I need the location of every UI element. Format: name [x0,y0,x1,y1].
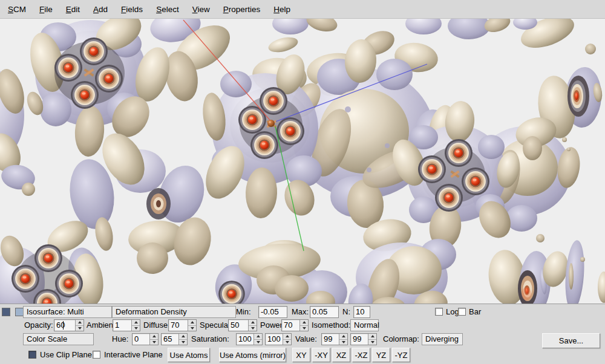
isosurface-row: Isosurface: Multi Deformation Density Mi… [0,306,605,319]
interactive-plane-checkbox[interactable] [93,351,100,359]
spin-up-icon[interactable] [339,334,347,340]
diffuse-spinbox[interactable]: 70 [168,319,197,331]
plane-button-group: XY-XYXZ-XZYZ-YZ [292,348,410,362]
shading-row: Opacity: 60 Ambient: 1 Diffuse: 70 Specu… [0,319,605,333]
bar-label: Bar [469,306,481,318]
atom-sphere [267,120,275,127]
menu-item-edit[interactable]: Edit [64,4,82,15]
plane-button-neg-xy[interactable]: -XY [312,348,330,362]
opacity-label: Opacity: [24,319,53,331]
menu-item-file[interactable]: File [38,4,54,15]
spin-up-icon[interactable] [283,334,291,340]
menu-item-help[interactable]: Help [272,4,292,15]
use-atoms-mirror-button[interactable]: Use Atoms (mirror) [219,348,286,362]
value-max-spinbox[interactable]: 99 [350,333,377,345]
min-input[interactable]: -0.05 [258,306,287,318]
text-caret [63,321,64,330]
n-label: N: [342,306,350,318]
value-max-input[interactable]: 99 [351,334,368,345]
spin-up-icon[interactable] [188,320,196,326]
isosurface-render [0,19,605,304]
plane-button-xz[interactable]: XZ [332,348,350,362]
ambient-spinbox[interactable]: 1 [113,319,140,331]
use-clip-plane-label: Use Clip Plane [40,349,92,361]
spin-down-icon[interactable] [254,340,262,345]
spin-down-icon[interactable] [339,340,347,345]
color-swatch-positive[interactable] [15,308,24,316]
menu-bar: SCMFileEditAddFieldsSelectViewProperties… [0,0,605,19]
spin-up-icon[interactable] [132,320,140,326]
spin-up-icon[interactable] [179,334,187,340]
hue-label: Hue: [112,333,128,345]
spin-down-icon[interactable] [188,326,196,331]
saturation-max-input[interactable]: 100 [266,334,283,345]
plane-button-neg-yz[interactable]: -YZ [392,348,410,362]
menu-item-add[interactable]: Add [91,4,110,15]
spin-down-icon[interactable] [300,326,308,331]
menu-item-properties[interactable]: Properties [221,4,263,15]
clip-plane-row: Use Clip Plane Interactive Plane Use Ato… [0,348,605,363]
colormap-select[interactable]: Diverging [422,333,463,345]
spin-down-icon[interactable] [283,340,291,345]
field-name-box[interactable]: Deformation Density [112,306,236,318]
log-label: Log [446,306,459,318]
color-swatch-negative[interactable] [2,308,10,316]
plane-button-xy[interactable]: XY [292,348,310,362]
spin-up-icon[interactable] [76,320,83,326]
menu-item-fields[interactable]: Fields [119,4,145,15]
spin-down-icon[interactable] [368,340,376,345]
hue-max-spinbox[interactable]: 65 [161,333,188,345]
save-button[interactable]: Save... [542,333,600,348]
use-clip-plane-checkbox[interactable] [28,351,36,359]
hue-max-input[interactable]: 65 [162,334,178,345]
spin-up-icon[interactable] [254,334,262,340]
spin-up-icon[interactable] [368,334,376,340]
value-min-input[interactable]: 99 [322,334,339,345]
log-checkbox[interactable] [435,308,443,316]
plane-button-yz[interactable]: YZ [372,348,390,362]
use-atoms-button[interactable]: Use Atoms [168,348,210,362]
spin-down-icon[interactable] [76,326,83,331]
saturation-min-input[interactable]: 100 [237,334,253,345]
isomethod-select[interactable]: Normal [350,319,379,331]
interactive-plane-label: Interactive Plane [104,349,163,361]
spin-down-icon[interactable] [132,326,140,331]
spin-up-icon[interactable] [300,320,308,326]
value-min-spinbox[interactable]: 99 [321,333,348,345]
spin-down-icon[interactable] [249,326,257,331]
control-panel: Isosurface: Multi Deformation Density Mi… [0,304,605,364]
ambient-input[interactable]: 1 [113,320,131,331]
specular-spinbox[interactable]: 50 [228,319,257,331]
bar-checkbox[interactable] [458,308,466,316]
isosurface-type-box[interactable]: Isosurface: Multi [23,306,112,318]
power-input[interactable]: 70 [282,320,299,331]
specular-input[interactable]: 50 [229,320,248,331]
spin-up-icon[interactable] [150,334,158,340]
min-label: Min: [236,306,251,318]
plane-button-neg-xz[interactable]: -XZ [352,348,370,362]
viewport-3d[interactable] [0,19,605,304]
opacity-spinbox[interactable]: 60 [54,319,84,331]
n-input[interactable]: 10 [353,306,370,318]
application-window: SCMFileEditAddFieldsSelectViewProperties… [0,0,605,364]
spin-up-icon[interactable] [249,320,257,326]
max-input[interactable]: 0.05 [310,306,339,318]
max-label: Max: [292,306,309,318]
saturation-label: Saturation: [191,333,229,345]
hue-min-input[interactable]: 0 [132,334,149,345]
color-scale-row: Color Scale Hue: 0 65 Saturation: 100 10… [0,333,605,346]
isomethod-label: Isomethod: [312,319,350,331]
saturation-max-spinbox[interactable]: 100 [265,333,292,345]
spin-down-icon[interactable] [150,340,158,345]
saturation-min-spinbox[interactable]: 100 [236,333,263,345]
hue-min-spinbox[interactable]: 0 [132,333,159,345]
menu-item-view[interactable]: View [191,4,212,15]
diffuse-input[interactable]: 70 [169,320,188,331]
opacity-input[interactable]: 60 [54,320,75,331]
menu-item-select[interactable]: Select [154,4,181,15]
power-spinbox[interactable]: 70 [281,319,309,331]
spin-down-icon[interactable] [179,340,187,345]
menu-item-scm[interactable]: SCM [6,4,28,15]
color-scale-box[interactable]: Color Scale [23,333,94,345]
colormap-label: Colormap: [383,333,419,345]
